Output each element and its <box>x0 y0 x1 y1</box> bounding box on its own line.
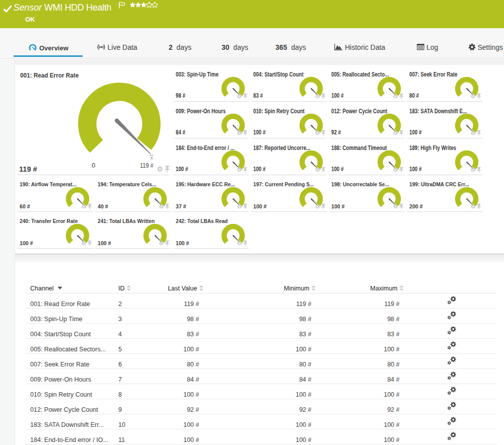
svg-text:x: x <box>150 155 153 161</box>
